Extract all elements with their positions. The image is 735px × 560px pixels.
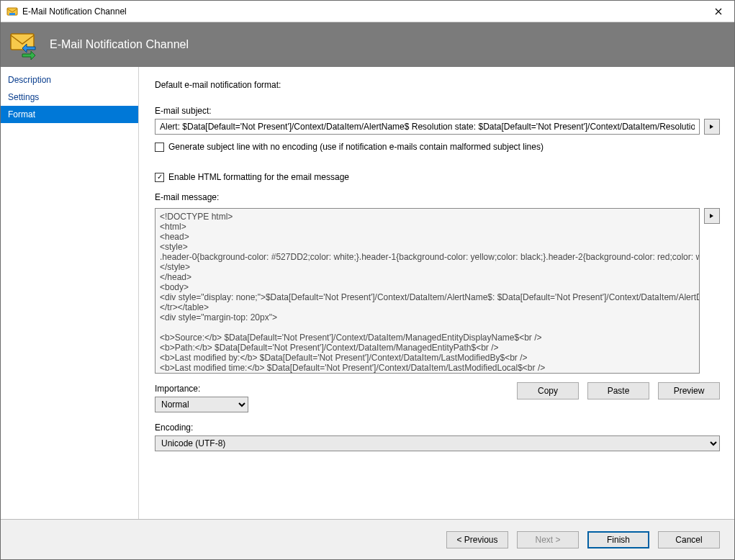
message-insert-button[interactable] bbox=[704, 208, 720, 224]
sidebar-item-description[interactable]: Description bbox=[1, 71, 138, 89]
importance-select[interactable]: Normal bbox=[155, 397, 248, 412]
finish-button[interactable]: Finish bbox=[587, 531, 649, 548]
message-label: E-mail message: bbox=[155, 192, 720, 202]
copy-button[interactable]: Copy bbox=[517, 382, 579, 399]
importance-label: Importance: bbox=[155, 384, 248, 394]
html-format-label: Enable HTML formatting for the email mes… bbox=[168, 172, 349, 182]
content-pane: Default e-mail notification format: E-ma… bbox=[139, 67, 734, 519]
subject-input[interactable] bbox=[155, 119, 700, 135]
close-button[interactable] bbox=[702, 1, 734, 22]
titlebar: E-Mail Notification Channel bbox=[1, 1, 734, 22]
preview-button[interactable]: Preview bbox=[658, 382, 720, 399]
svg-rect-1 bbox=[9, 13, 15, 15]
html-format-checkbox[interactable] bbox=[155, 173, 164, 182]
encoding-label: Encoding: bbox=[155, 423, 720, 433]
no-encoding-checkbox[interactable] bbox=[155, 143, 164, 152]
sidebar-item-settings[interactable]: Settings bbox=[1, 89, 138, 106]
cancel-button[interactable]: Cancel bbox=[658, 531, 720, 548]
intro-text: Default e-mail notification format: bbox=[155, 80, 720, 90]
window-title: E-Mail Notification Channel bbox=[22, 6, 702, 17]
subject-label: E-mail subject: bbox=[155, 106, 720, 116]
html-format-checkbox-row[interactable]: Enable HTML formatting for the email mes… bbox=[155, 172, 720, 182]
subject-insert-button[interactable] bbox=[704, 119, 720, 135]
dialog-window: E-Mail Notification Channel E-Mail Notif… bbox=[0, 0, 735, 560]
header-title: E-Mail Notification Channel bbox=[50, 38, 189, 51]
sidebar: Description Settings Format bbox=[1, 67, 139, 519]
wizard-footer: < Previous Next > Finish Cancel bbox=[1, 519, 734, 559]
previous-button[interactable]: < Previous bbox=[446, 531, 508, 548]
no-encoding-checkbox-row[interactable]: Generate subject line with no encoding (… bbox=[155, 142, 720, 152]
encoding-select[interactable]: Unicode (UTF-8) bbox=[155, 435, 720, 451]
app-icon bbox=[6, 6, 18, 17]
message-textarea[interactable] bbox=[155, 208, 700, 374]
header-band: E-Mail Notification Channel bbox=[1, 22, 734, 67]
body: Description Settings Format Default e-ma… bbox=[1, 67, 734, 519]
next-button: Next > bbox=[517, 531, 579, 548]
paste-button[interactable]: Paste bbox=[587, 382, 649, 399]
mail-channel-icon bbox=[9, 30, 40, 60]
sidebar-item-format[interactable]: Format bbox=[1, 106, 138, 123]
no-encoding-label: Generate subject line with no encoding (… bbox=[168, 142, 544, 152]
